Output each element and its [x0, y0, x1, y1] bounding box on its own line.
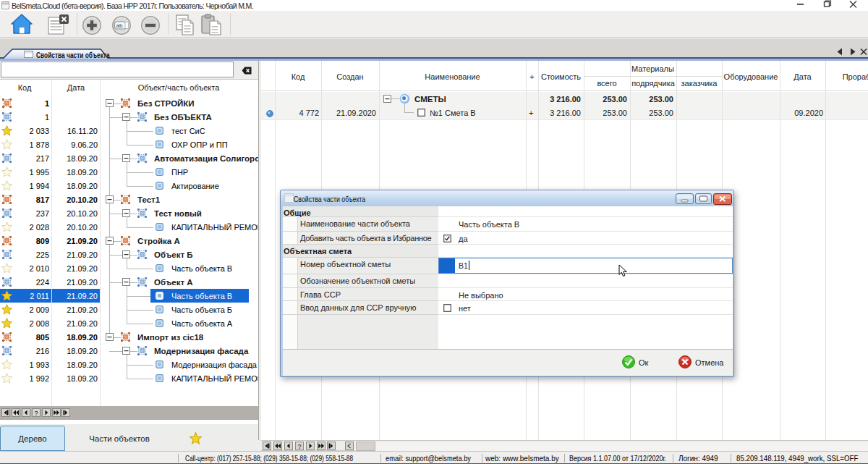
svg-text:?: ?	[297, 442, 301, 450]
svg-text:?: ?	[34, 410, 38, 417]
